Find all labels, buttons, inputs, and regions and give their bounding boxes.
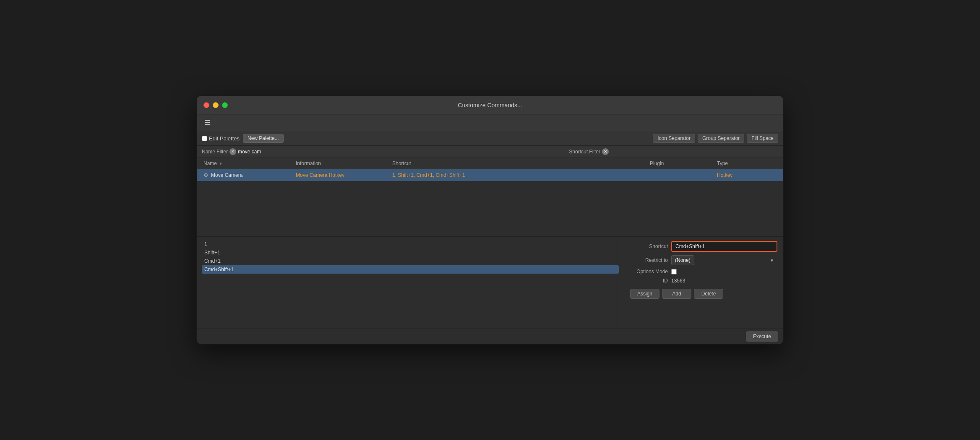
maximize-button[interactable]	[222, 102, 228, 108]
group-separator-button[interactable]: Group Separator	[698, 134, 744, 143]
menu-toolbar: ☰	[197, 114, 783, 131]
hamburger-menu-button[interactable]: ☰	[202, 118, 213, 127]
bottom-pane: 1 Shift+1 Cmd+1 Cmd+Shift+1 Shortcut Res…	[197, 236, 783, 329]
main-window: Customize Commands... ☰ Edit Palettes Ne…	[196, 96, 784, 344]
shortcut-filter-label: Shortcut Filter	[569, 149, 600, 155]
name-filter-input[interactable]	[238, 149, 301, 155]
restrict-to-label: Restrict to	[630, 257, 668, 263]
options-mode-label: Options Mode	[630, 269, 668, 274]
column-header-extra	[770, 160, 778, 167]
id-row: ID 13563	[630, 278, 777, 284]
row-icon: ✥	[203, 172, 209, 179]
shortcut-filter-input[interactable]	[610, 149, 778, 155]
palette-left: Edit Palettes New Palette...	[202, 134, 284, 143]
titlebar: Customize Commands...	[197, 96, 783, 114]
palette-right: Icon Separator Group Separator Fill Spac…	[653, 134, 778, 143]
close-button[interactable]	[203, 102, 209, 108]
name-filter-label: Name Filter	[202, 149, 228, 155]
shortcut-field-row: Shortcut	[630, 241, 777, 252]
chevron-down-icon: ▼	[770, 258, 774, 263]
id-label: ID	[630, 278, 668, 284]
shortcut-input[interactable]	[671, 241, 777, 252]
column-header-information[interactable]: Information	[294, 160, 391, 167]
edit-palettes-label: Edit Palettes	[202, 135, 240, 142]
shortcut-list-item[interactable]: 1	[202, 240, 619, 248]
options-mode-checkbox[interactable]	[671, 269, 677, 274]
action-buttons: Assign Add Delete	[630, 289, 777, 299]
shortcut-field-label: Shortcut	[630, 243, 668, 249]
minimize-button[interactable]	[213, 102, 219, 108]
window-title: Customize Commands...	[458, 102, 522, 109]
palette-bar: Edit Palettes New Palette... Icon Separa…	[197, 131, 783, 146]
id-value: 13563	[671, 278, 685, 284]
column-header-name[interactable]: Name ▼	[202, 160, 294, 167]
shortcut-list-item[interactable]: Cmd+1	[202, 257, 619, 265]
execute-button[interactable]: Execute	[746, 331, 778, 342]
table-body: ✥ Move Camera Move Camera Hotkey 1, Shif…	[197, 169, 783, 236]
name-filter-group: Name Filter ✕	[202, 148, 301, 155]
restrict-to-field-row: Restrict to (None) ▼	[630, 255, 777, 265]
restrict-to-select[interactable]: (None)	[671, 255, 694, 265]
new-palette-button[interactable]: New Palette...	[243, 134, 284, 143]
column-header-shortcut[interactable]: Shortcut	[391, 160, 648, 167]
filter-spacer	[306, 152, 564, 152]
column-header-type[interactable]: Type	[715, 160, 770, 167]
assign-button[interactable]: Assign	[630, 289, 659, 299]
table-row[interactable]: ✥ Move Camera Move Camera Hotkey 1, Shif…	[197, 169, 783, 181]
shortcut-filter-group: Shortcut Filter ✕	[569, 148, 778, 155]
filter-bar: Name Filter ✕ Shortcut Filter ✕	[197, 146, 783, 158]
icon-separator-button[interactable]: Icon Separator	[653, 134, 695, 143]
cell-name: ✥ Move Camera	[202, 171, 294, 179]
shortcut-list-item[interactable]: Shift+1	[202, 248, 619, 257]
delete-button[interactable]: Delete	[694, 289, 723, 299]
cell-information: Move Camera Hotkey	[294, 171, 391, 179]
shortcut-list-item-selected[interactable]: Cmd+Shift+1	[202, 265, 619, 274]
cell-shortcut: 1, Shift+1, Cmd+1, Cmd+Shift+1	[391, 171, 648, 179]
table-header: Name ▼ Information Shortcut Plugin Type	[197, 158, 783, 169]
traffic-lights	[203, 102, 228, 108]
restrict-to-select-wrapper: (None) ▼	[671, 255, 777, 265]
fill-space-button[interactable]: Fill Space	[747, 134, 778, 143]
cell-type: Hotkey	[715, 171, 770, 179]
sort-icon: ▼	[219, 161, 223, 166]
column-header-plugin[interactable]: Plugin	[648, 160, 715, 167]
cell-plugin	[648, 174, 715, 176]
cell-extra	[770, 174, 778, 176]
name-filter-clear-button[interactable]: ✕	[229, 148, 236, 155]
edit-palettes-checkbox[interactable]	[202, 136, 207, 141]
footer-bar: Execute	[197, 329, 783, 344]
options-mode-row: Options Mode	[630, 269, 777, 274]
add-button[interactable]: Add	[662, 289, 691, 299]
shortcut-filter-clear-button[interactable]: ✕	[602, 148, 609, 155]
right-panel: Shortcut Restrict to (None) ▼ Options Mo…	[624, 237, 783, 329]
shortcut-list: 1 Shift+1 Cmd+1 Cmd+Shift+1	[197, 237, 624, 329]
